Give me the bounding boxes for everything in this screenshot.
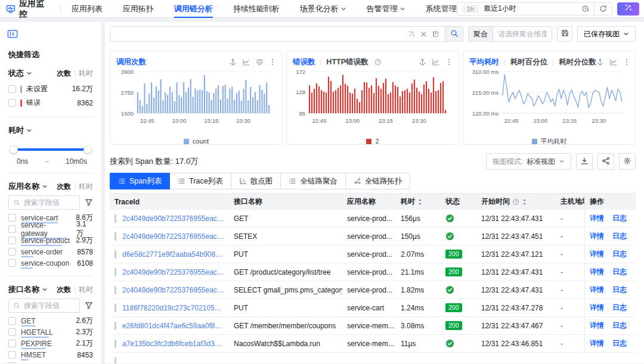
detail-link[interactable]: 详情 (590, 213, 604, 223)
syntax-toggle-icon[interactable] (408, 30, 415, 38)
field-value-row[interactable]: GET2.6万 (8, 315, 93, 326)
ai-assistant-button[interactable] (617, 2, 639, 15)
filter-funnel-icon[interactable] (85, 198, 93, 207)
detail-link[interactable]: 详情 (590, 303, 604, 313)
detail-link[interactable]: 详情 (590, 267, 604, 277)
field-value-row[interactable]: HMSET8453 (8, 349, 93, 360)
download-button[interactable] (576, 153, 593, 170)
slider-handle-max[interactable] (83, 145, 92, 154)
checkbox[interactable] (8, 225, 16, 233)
help-icon[interactable] (512, 198, 519, 206)
checkbox[interactable] (8, 214, 16, 222)
field-value-row[interactable]: service-gateway3.1万 (8, 223, 93, 235)
field-value-row[interactable]: PUT7198 (8, 360, 93, 363)
search-button[interactable] (445, 27, 463, 41)
clear-icon[interactable] (420, 31, 427, 38)
pin-icon[interactable] (596, 58, 604, 66)
field-value-row[interactable]: service-order8578 (8, 246, 93, 257)
detail-link[interactable]: 详情 (590, 285, 604, 295)
slider-handle-min[interactable] (10, 145, 18, 154)
detail-link[interactable]: 详情 (590, 231, 604, 241)
result-tab-2[interactable]: Trace列表 (170, 173, 231, 189)
log-link[interactable]: 日志 (612, 338, 627, 349)
trace-id-link[interactable]: e26fd801dc4f47ae6c59aa0f861a72cc (122, 322, 224, 330)
field-search-input[interactable] (24, 198, 72, 207)
trend-icon[interactable] (609, 58, 618, 66)
query-search-input[interactable] (110, 27, 402, 41)
log-link[interactable]: 日志 (612, 231, 627, 241)
nav-item-3[interactable]: 调用链分析 (174, 0, 213, 18)
detail-link[interactable]: 详情 (590, 321, 604, 331)
trend-icon[interactable] (242, 58, 250, 66)
filter-section-title[interactable]: 状态 (8, 68, 32, 79)
trace-id-link[interactable]: a7e135bc3fc2db6fceb1af3d36dc6981 (122, 340, 224, 348)
filter-section-title[interactable]: 耗时 (8, 125, 32, 136)
help-icon[interactable] (374, 58, 382, 66)
time-range-picker[interactable]: 1h 最近1小时 (457, 2, 612, 15)
sidebar-collapse-icon[interactable] (6, 28, 19, 40)
field-value-row[interactable]: PEXPIRE2.1万 (8, 338, 93, 349)
metric-duration-label[interactable]: 耗时 (79, 285, 93, 295)
log-link[interactable]: 日志 (612, 303, 627, 313)
log-link[interactable]: 日志 (612, 213, 627, 223)
share-button[interactable] (597, 153, 614, 170)
nav-item-7[interactable]: 系统管理 (426, 0, 457, 18)
status-filter-row[interactable]: 未设置16.2万 (8, 82, 93, 96)
auto-refresh-clock-icon[interactable] (581, 5, 589, 13)
menu-icon[interactable] (623, 58, 630, 66)
log-link[interactable]: 日志 (612, 267, 627, 277)
trace-id-link[interactable]: 1186f78220d19c273c7021057f75159b (122, 304, 224, 312)
checkbox[interactable] (8, 85, 16, 93)
field-search-input[interactable] (24, 301, 72, 310)
field-value-row[interactable]: service-product2.9万 (8, 235, 93, 246)
field-value-row[interactable]: service-coupon6108 (8, 257, 93, 269)
result-tab-1[interactable]: Span列表 (110, 173, 170, 189)
nav-item-1[interactable]: 应用列表 (72, 0, 103, 18)
nav-item-4[interactable]: 持续性能剖析 (233, 0, 280, 18)
checkbox[interactable] (8, 317, 16, 325)
chart-tab-1[interactable]: 调用次数 (116, 57, 146, 67)
menu-icon[interactable] (269, 58, 276, 66)
chart-tab-2[interactable]: HTTP错误数 (326, 57, 368, 67)
log-link[interactable]: 日志 (612, 249, 627, 259)
view-mode-select[interactable]: 视图模式: 标准视图 (486, 153, 571, 170)
result-tab-3[interactable]: 散点图 (231, 173, 281, 189)
filter-section-title[interactable]: 接口名称 (8, 284, 48, 295)
checkbox[interactable] (8, 259, 16, 267)
nav-item-5[interactable]: 场景化分析 (300, 0, 346, 18)
aggregate-dimension-input[interactable] (493, 27, 552, 41)
checkbox[interactable] (8, 99, 16, 107)
trace-id-link[interactable]: 2c4049de90b7225376955eac281f7b4f (122, 214, 224, 223)
checkbox[interactable] (8, 328, 16, 336)
metric-count-label[interactable]: 次数 (57, 69, 71, 79)
checkbox[interactable] (8, 362, 16, 363)
trace-id-link[interactable]: 2c4049de90b7225376955eac281f7b4f (122, 232, 224, 241)
chart-tab-2[interactable]: 耗时百分位 (510, 57, 548, 67)
log-link[interactable]: 日志 (612, 285, 627, 295)
filter-funnel-icon[interactable] (85, 301, 93, 310)
trace-id-link[interactable]: 2c4049de90b7225376955eac281f7b4f (122, 286, 224, 294)
chart-legend[interactable]: count (116, 136, 276, 145)
chart-tab-1[interactable]: 平均耗时 (469, 57, 499, 67)
metric-duration-label[interactable]: 耗时 (79, 182, 93, 192)
checkbox[interactable] (8, 248, 16, 256)
detail-link[interactable]: 详情 (590, 249, 604, 259)
saved-views-dropdown[interactable]: 已保存视图 (577, 26, 636, 42)
status-filter-row[interactable]: 错误8362 (8, 96, 93, 110)
settings-button[interactable] (619, 153, 636, 170)
trace-id-link[interactable]: 2c4049de90b7225376955eac281f7b4f (122, 268, 224, 276)
trend-icon[interactable] (432, 58, 440, 66)
metric-duration-label[interactable]: 耗时 (79, 69, 93, 79)
checkbox[interactable] (8, 351, 16, 359)
sort-icon[interactable] (522, 198, 527, 206)
pin-icon[interactable] (229, 58, 237, 66)
chart-tab-1[interactable]: 错误数 (293, 57, 315, 67)
field-value-row[interactable]: HGETALL2.3万 (8, 326, 93, 338)
time-range-value[interactable]: 1h 最近1小时 (457, 3, 594, 15)
detail-link[interactable]: 详情 (590, 338, 604, 349)
nav-item-6[interactable]: 告警管理 (367, 0, 405, 18)
dictionary-icon[interactable] (432, 30, 439, 38)
refresh-button[interactable] (594, 3, 612, 15)
sort-icon[interactable] (417, 198, 423, 206)
trace-id-link[interactable]: d6e58c2771e9f2aaba54b908147bf48f (122, 250, 224, 259)
